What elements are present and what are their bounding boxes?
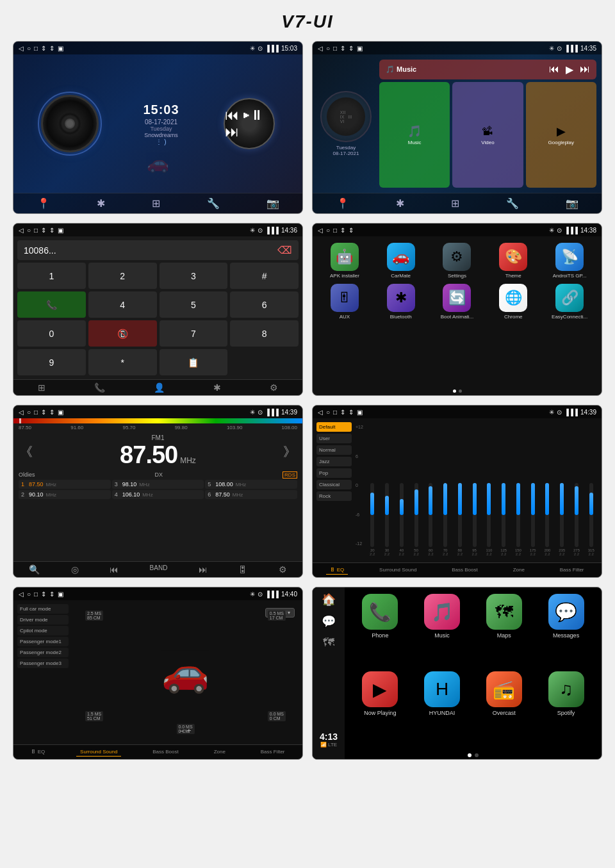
nav-contacts[interactable]: 👤	[154, 382, 165, 393]
prev-btn[interactable]: ⏮	[110, 564, 119, 575]
mode-driver[interactable]: Driver mode	[17, 615, 69, 625]
back-icon[interactable]: ◁	[19, 591, 24, 598]
home-icon[interactable]: ○	[27, 591, 31, 598]
eq-bar-30[interactable]: 30 2.2	[381, 483, 394, 556]
music-widget[interactable]: 🎵 Music ⏮ ▶ ⏭	[379, 60, 596, 79]
tab-surround[interactable]: Surround Sound	[76, 748, 121, 757]
key-6[interactable]: 6	[230, 291, 299, 318]
music-app[interactable]: 🎵 Music	[379, 82, 450, 188]
home-icon[interactable]: ○	[326, 45, 330, 52]
home-icon[interactable]: ○	[326, 409, 330, 416]
eq-bar-60[interactable]: 60 2.2	[424, 483, 438, 556]
back-icon[interactable]: ◁	[318, 45, 323, 52]
app-androit[interactable]: 📡 AndroiTS GP...	[544, 243, 595, 279]
nav-camera[interactable]: 📷	[266, 197, 279, 209]
eq-bar-80[interactable]: 80 2.2	[453, 483, 466, 556]
preset-jazz[interactable]: Jazz	[316, 457, 352, 466]
eq-bar-110[interactable]: 110 2.2	[482, 483, 496, 556]
eq-bar-200[interactable]: 200 2.2	[541, 483, 554, 556]
app-bootanim[interactable]: 🔄 Boot Animati...	[432, 284, 483, 320]
scan-btn[interactable]: ◎	[71, 564, 79, 575]
eq-bar-175[interactable]: 175 2.2	[526, 483, 539, 556]
preset-4[interactable]: 4 106.10 MHz	[112, 490, 204, 499]
nav-apps[interactable]: ⊞	[152, 197, 160, 209]
key-2[interactable]: 2	[88, 263, 157, 289]
next-btn[interactable]: ⏭	[199, 564, 208, 575]
eq-btn[interactable]: 🎛	[238, 564, 247, 575]
tab-bass-boost[interactable]: Bass Boost	[149, 748, 182, 757]
nav-bluetooth[interactable]: ✱	[97, 197, 105, 209]
nav-location[interactable]: 📍	[37, 197, 50, 209]
play-btn[interactable]: ▶	[566, 63, 573, 76]
mode-pass1[interactable]: Passenger mode1	[17, 637, 69, 646]
app-settings[interactable]: ⚙ Settings	[432, 243, 483, 279]
carplay-nav-icon[interactable]: 🗺	[323, 636, 334, 650]
home-icon[interactable]: ○	[27, 45, 31, 52]
preset-normal[interactable]: Normal	[316, 445, 352, 455]
preset-6[interactable]: 6 87.50 MHz	[205, 490, 297, 499]
tab-zone[interactable]: Zone	[509, 566, 529, 575]
mode-cpilot[interactable]: Cpilot mode	[17, 626, 69, 635]
mode-pass2[interactable]: Passenger mode2	[17, 648, 69, 657]
nav-bluetooth[interactable]: ✱	[396, 197, 404, 209]
call-red-btn[interactable]: 📵	[88, 320, 157, 347]
search-btn[interactable]: 🔍	[29, 564, 40, 575]
back-icon[interactable]: ◁	[318, 409, 323, 416]
eq-bar-125[interactable]: 125 2.2	[497, 483, 511, 556]
carplay-now-playing[interactable]: ▶ Now Playing	[351, 671, 409, 745]
radio-prev-btn[interactable]: 《	[20, 443, 33, 461]
recents-icon[interactable]: □	[34, 409, 38, 416]
tab-eq[interactable]: 🎚 EQ	[326, 566, 348, 575]
nav-location[interactable]: 📍	[336, 197, 349, 209]
band-btn[interactable]: BAND	[150, 564, 168, 575]
nav-keypad[interactable]: ⊞	[38, 382, 45, 393]
nav-call[interactable]: 📞	[94, 382, 105, 393]
settings-btn[interactable]: ⚙	[279, 564, 287, 575]
prev-btn[interactable]: ⏮	[549, 63, 559, 76]
app-theme[interactable]: 🎨 Theme	[488, 243, 539, 279]
radio-next-btn[interactable]: 》	[283, 443, 296, 461]
call-green-btn[interactable]: 📞	[17, 291, 86, 318]
plus-btn[interactable]: +	[187, 726, 192, 735]
eq-bar-235[interactable]: 235 2.2	[555, 483, 569, 556]
app-carmate[interactable]: 🚗 CarMate	[375, 243, 427, 279]
carplay-maps[interactable]: 🗺 Maps	[475, 594, 534, 667]
preset-pop[interactable]: Pop	[316, 468, 352, 478]
home-icon[interactable]: ○	[27, 409, 31, 416]
preset-default[interactable]: Default	[316, 422, 352, 432]
carplay-home-icon[interactable]: 🏠	[322, 593, 336, 607]
preset-5[interactable]: 5 108.00 MHz	[205, 480, 297, 489]
eq-bar-150[interactable]: 150 2.2	[512, 483, 525, 556]
mode-pass3[interactable]: Passenger mode3	[17, 659, 69, 668]
key-7[interactable]: 7	[160, 320, 228, 347]
tab-zone[interactable]: Zone	[210, 748, 229, 757]
carplay-messages[interactable]: 💬 Messages	[537, 594, 595, 667]
key-5[interactable]: 5	[160, 291, 228, 318]
home-icon[interactable]: ○	[326, 227, 330, 234]
recents-icon[interactable]: □	[34, 227, 38, 234]
preset-rock[interactable]: Rock	[316, 491, 352, 501]
tab-eq[interactable]: 🎚 EQ	[27, 748, 49, 757]
eq-bar-70[interactable]: 70 2.2	[439, 483, 452, 556]
carplay-msg-icon[interactable]: 💬	[322, 614, 336, 628]
key-1[interactable]: 1	[17, 263, 86, 289]
nav-phone-settings[interactable]: ⚙	[270, 382, 278, 393]
recents-icon[interactable]: □	[333, 409, 337, 416]
carplay-spotify[interactable]: ♫ Spotify	[537, 671, 595, 745]
nav-bt[interactable]: ✱	[213, 382, 221, 393]
recents-icon[interactable]: □	[333, 45, 337, 52]
key-9[interactable]: 9	[17, 349, 86, 375]
nav-settings[interactable]: 🔧	[207, 197, 220, 209]
app-chrome[interactable]: 🌐 Chrome	[488, 284, 539, 320]
eq-bar-40[interactable]: 40 2.2	[395, 483, 408, 556]
back-icon[interactable]: ◁	[19, 227, 24, 234]
preset-2[interactable]: 2 90.10 MHz	[19, 490, 111, 499]
recents-icon[interactable]: □	[333, 227, 337, 234]
key-star[interactable]: *	[88, 349, 157, 375]
recents-icon[interactable]: □	[34, 591, 38, 598]
carplay-hyundai[interactable]: H HYUNDAI	[413, 671, 472, 745]
eq-bar-50[interactable]: 50 2.2	[409, 483, 423, 556]
carplay-overcast[interactable]: 📻 Overcast	[475, 671, 534, 745]
back-icon[interactable]: ◁	[19, 409, 24, 416]
googleplay-app[interactable]: ▶ Googleplay	[526, 82, 596, 188]
